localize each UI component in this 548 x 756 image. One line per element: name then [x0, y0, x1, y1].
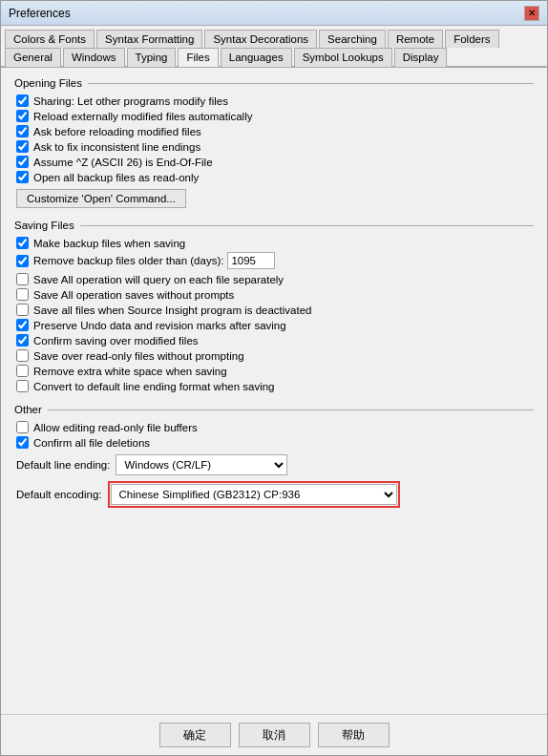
backup-days-input[interactable]: [227, 252, 275, 269]
checkbox-make-backup: Make backup files when saving: [14, 237, 534, 249]
tab-syntax-formatting[interactable]: Syntax Formatting: [96, 30, 202, 48]
tab-syntax-decorations[interactable]: Syntax Decorations: [204, 30, 317, 48]
line-ending-row: Default line ending: Windows (CR/LF) Uni…: [14, 454, 534, 475]
assume-ctrl-z-label: Assume ^Z (ASCII 26) is End-Of-File: [33, 157, 213, 168]
tab-folders[interactable]: Folders: [445, 30, 498, 48]
tab-files[interactable]: Files: [178, 48, 218, 67]
encoding-label: Default encoding:: [16, 489, 102, 500]
tab-windows[interactable]: Windows: [63, 48, 125, 67]
window-title: Preferences: [9, 7, 71, 20]
opening-files-section: Opening Files Sharing: Let other program…: [14, 77, 534, 208]
saving-files-label: Saving Files: [14, 220, 534, 231]
reload-auto-checkbox[interactable]: [16, 110, 29, 122]
save-all-deactivated-checkbox[interactable]: [16, 304, 29, 316]
remove-whitespace-label: Remove extra white space when saving: [33, 366, 227, 377]
checkbox-save-readonly: Save over read-only files without prompt…: [14, 349, 534, 362]
make-backup-checkbox[interactable]: [16, 237, 29, 249]
line-ending-label: Default line ending:: [16, 459, 110, 471]
preserve-undo-label: Preserve Undo data and revision marks af…: [33, 320, 286, 331]
save-all-no-prompt-checkbox[interactable]: [16, 288, 29, 301]
title-bar: Preferences ✕: [1, 1, 547, 26]
tab-symbol-lookups[interactable]: Symbol Lookups: [294, 48, 392, 67]
confirm-delete-label: Confirm all file deletions: [33, 437, 150, 449]
tab-remote[interactable]: Remote: [388, 30, 443, 48]
ask-fix-label: Ask to fix inconsistent line endings: [33, 141, 200, 153]
open-backup-checkbox[interactable]: [16, 171, 29, 183]
tab-row-1: Colors & Fonts Syntax Formatting Syntax …: [5, 29, 543, 47]
encoding-row: Default encoding: Chinese Simplified (GB…: [14, 481, 534, 508]
other-label: Other: [14, 404, 534, 415]
checkbox-confirm-saving: Confirm saving over modified files: [14, 334, 534, 346]
saving-files-section: Saving Files Make backup files when savi…: [14, 220, 534, 392]
bottom-buttons: 确定 取消 帮助: [1, 714, 547, 755]
ask-reload-label: Ask before reloading modified files: [33, 126, 201, 137]
allow-editing-label: Allow editing read-only file buffers: [33, 422, 198, 433]
checkbox-convert-line-ending: Convert to default line ending format wh…: [14, 380, 534, 392]
sharing-checkbox[interactable]: [16, 94, 29, 107]
save-all-no-prompt-label: Save All operation saves without prompts: [33, 289, 234, 301]
checkbox-assume-ctrl-z: Assume ^Z (ASCII 26) is End-Of-File: [14, 156, 534, 168]
remove-backup-label: Remove backup files older than (days):: [33, 255, 223, 266]
tabs-container: Colors & Fonts Syntax Formatting Syntax …: [1, 26, 547, 68]
save-all-query-label: Save All operation will query on each fi…: [33, 274, 284, 285]
save-all-deactivated-label: Save all files when Source Insight progr…: [33, 304, 312, 316]
confirm-delete-checkbox[interactable]: [16, 436, 29, 449]
convert-line-ending-label: Convert to default line ending format wh…: [33, 381, 275, 392]
allow-editing-checkbox[interactable]: [16, 421, 29, 433]
sharing-label: Sharing: Let other programs modify files: [33, 95, 228, 107]
cancel-button[interactable]: 取消: [239, 723, 310, 747]
preferences-window: Preferences ✕ Colors & Fonts Syntax Form…: [0, 0, 548, 756]
opening-files-label: Opening Files: [14, 77, 534, 89]
confirm-saving-label: Confirm saving over modified files: [33, 335, 199, 346]
tab-searching[interactable]: Searching: [319, 30, 386, 48]
checkbox-sharing: Sharing: Let other programs modify files: [14, 94, 534, 107]
make-backup-label: Make backup files when saving: [33, 238, 185, 249]
line-ending-select[interactable]: Windows (CR/LF) Unix (LF) Mac (CR): [116, 454, 287, 475]
checkbox-remove-backup: Remove backup files older than (days):: [14, 252, 534, 269]
checkbox-confirm-delete: Confirm all file deletions: [14, 436, 534, 449]
tab-display[interactable]: Display: [394, 48, 448, 67]
customize-button-row: Customize 'Open' Command...: [16, 189, 534, 208]
tab-general[interactable]: General: [5, 48, 61, 67]
other-section: Other Allow editing read-only file buffe…: [14, 404, 534, 508]
open-backup-label: Open all backup files as read-only: [33, 172, 199, 183]
preserve-undo-checkbox[interactable]: [16, 319, 29, 331]
assume-ctrl-z-checkbox[interactable]: [16, 156, 29, 168]
help-button[interactable]: 帮助: [318, 723, 390, 747]
encoding-select-wrapper: Chinese Simplified (GB2312) CP:936 UTF-8…: [108, 481, 400, 508]
checkbox-save-all-query: Save All operation will query on each fi…: [14, 273, 534, 285]
ok-button[interactable]: 确定: [159, 723, 231, 747]
confirm-saving-checkbox[interactable]: [16, 334, 29, 346]
tab-row-2: General Windows Typing Files Languages S…: [5, 47, 543, 66]
encoding-select[interactable]: Chinese Simplified (GB2312) CP:936 UTF-8…: [111, 484, 397, 505]
customize-open-button[interactable]: Customize 'Open' Command...: [16, 189, 186, 208]
remove-backup-checkbox[interactable]: [16, 255, 29, 267]
checkbox-allow-editing: Allow editing read-only file buffers: [14, 421, 534, 433]
checkbox-remove-whitespace: Remove extra white space when saving: [14, 365, 534, 377]
reload-auto-label: Reload externally modified files automat…: [33, 111, 252, 122]
convert-line-ending-checkbox[interactable]: [16, 380, 29, 392]
checkbox-save-all-no-prompt: Save All operation saves without prompts: [14, 288, 534, 301]
checkbox-reload-auto: Reload externally modified files automat…: [14, 110, 534, 122]
remove-whitespace-checkbox[interactable]: [16, 365, 29, 377]
ask-fix-checkbox[interactable]: [16, 140, 29, 153]
tab-languages[interactable]: Languages: [221, 48, 292, 67]
content-area: Opening Files Sharing: Let other program…: [1, 68, 547, 714]
tab-typing[interactable]: Typing: [127, 48, 177, 67]
checkbox-ask-fix: Ask to fix inconsistent line endings: [14, 140, 534, 153]
close-button[interactable]: ✕: [524, 6, 539, 21]
checkbox-save-all-deactivated: Save all files when Source Insight progr…: [14, 304, 534, 316]
checkbox-preserve-undo: Preserve Undo data and revision marks af…: [14, 319, 534, 331]
checkbox-ask-reload: Ask before reloading modified files: [14, 125, 534, 137]
tab-colors-fonts[interactable]: Colors & Fonts: [5, 30, 95, 48]
save-all-query-checkbox[interactable]: [16, 273, 29, 285]
save-readonly-checkbox[interactable]: [16, 349, 29, 362]
ask-reload-checkbox[interactable]: [16, 125, 29, 137]
checkbox-open-backup: Open all backup files as read-only: [14, 171, 534, 183]
save-readonly-label: Save over read-only files without prompt…: [33, 350, 244, 362]
